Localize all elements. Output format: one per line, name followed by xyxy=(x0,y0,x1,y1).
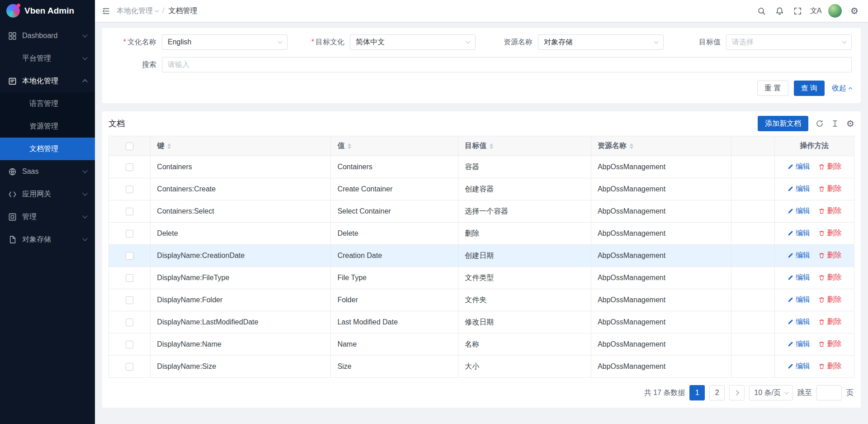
page-button-1[interactable]: 1 xyxy=(689,385,705,400)
empty-column-cell xyxy=(731,223,774,245)
edit-button[interactable]: 编辑 xyxy=(787,317,810,327)
cell-target-value: 名称 xyxy=(458,333,591,356)
delete-button[interactable]: 删除 xyxy=(818,317,841,327)
page-size-select[interactable]: 10 条/页 xyxy=(749,385,793,400)
page-button-2[interactable]: 2 xyxy=(709,385,725,400)
sidebar-item-document-management[interactable]: 文档管理 xyxy=(0,138,95,160)
collapse-link[interactable]: 收起 xyxy=(832,84,852,93)
fullscreen-icon[interactable] xyxy=(788,0,807,22)
sidebar-item-dashboard[interactable]: Dashboard xyxy=(0,24,95,47)
edit-button[interactable]: 编辑 xyxy=(787,362,810,371)
sidebar-item-object-storage[interactable]: 对象存储 xyxy=(0,228,95,251)
logo[interactable]: Vben Admin xyxy=(0,0,95,22)
delete-button[interactable]: 删除 xyxy=(818,273,841,282)
target-culture-select[interactable]: 简体中文 xyxy=(350,34,476,50)
cell-value: Create Container xyxy=(331,178,458,200)
submenu-localization: 语言管理 资源管理 文档管理 xyxy=(0,92,95,160)
edit-button[interactable]: 编辑 xyxy=(787,251,810,260)
avatar[interactable] xyxy=(828,4,842,18)
jump-page-input[interactable] xyxy=(816,385,842,400)
table-row[interactable]: DisplayName:Size Size 大小 AbpOssManagemen… xyxy=(109,356,854,378)
row-checkbox[interactable] xyxy=(126,274,133,282)
sidebar-item-resource-management[interactable]: 资源管理 xyxy=(0,115,95,138)
resource-name-select[interactable]: 对象存储 xyxy=(538,34,664,50)
add-document-button[interactable]: 添加新文档 xyxy=(758,116,808,131)
row-checkbox[interactable] xyxy=(126,230,133,238)
toolbar-actions: 添加新文档 ⚙ xyxy=(758,116,854,131)
empty-column-cell xyxy=(731,333,774,356)
cell-target-value: 文件类型 xyxy=(458,267,591,289)
sort-icon[interactable] xyxy=(348,143,351,149)
sort-icon[interactable] xyxy=(630,143,633,149)
row-checkbox[interactable] xyxy=(126,208,133,215)
edit-button[interactable]: 编辑 xyxy=(787,184,810,194)
cell-value: Last Modified Date xyxy=(331,311,458,333)
select-all-checkbox[interactable] xyxy=(126,143,133,150)
sidebar-item-saas[interactable]: Saas xyxy=(0,160,95,183)
sort-icon[interactable] xyxy=(490,143,493,149)
edit-button[interactable]: 编辑 xyxy=(787,273,810,282)
table-row[interactable]: Containers:Create Create Container 创建容器 … xyxy=(109,178,854,200)
search-input[interactable] xyxy=(162,57,852,72)
breadcrumb-parent[interactable]: 本地化管理 xyxy=(117,6,158,16)
table-row[interactable]: DisplayName:Name Name 名称 AbpOssManagemen… xyxy=(109,333,854,356)
sidebar-item-localization[interactable]: 本地化管理 xyxy=(0,70,95,92)
delete-button[interactable]: 删除 xyxy=(818,162,841,172)
cell-key: DisplayName:Folder xyxy=(151,289,331,311)
table-row[interactable]: Delete Delete 删除 AbpOssManagement 编辑 xyxy=(109,223,854,245)
row-checkbox[interactable] xyxy=(126,163,133,171)
delete-button[interactable]: 删除 xyxy=(818,339,841,349)
culture-name-select[interactable]: English xyxy=(162,34,288,50)
sidebar-item-platform[interactable]: 平台管理 xyxy=(0,47,95,70)
delete-button[interactable]: 删除 xyxy=(818,251,841,260)
delete-button[interactable]: 删除 xyxy=(818,295,841,305)
table-row[interactable]: Containers Containers 容器 AbpOssManagemen… xyxy=(109,156,854,178)
edit-button[interactable]: 编辑 xyxy=(787,339,810,349)
edit-button[interactable]: 编辑 xyxy=(787,295,810,305)
delete-button[interactable]: 删除 xyxy=(818,229,841,238)
edit-button[interactable]: 编辑 xyxy=(787,162,810,172)
empty-column-cell xyxy=(731,178,774,200)
delete-button[interactable]: 删除 xyxy=(818,362,841,371)
translate-icon[interactable]: 文A xyxy=(807,0,825,22)
storage-icon xyxy=(8,235,17,244)
empty-column-header xyxy=(731,136,774,156)
row-checkbox[interactable] xyxy=(126,341,133,348)
delete-button[interactable]: 删除 xyxy=(818,206,841,216)
edit-button[interactable]: 编辑 xyxy=(787,229,810,238)
menu-fold-icon[interactable] xyxy=(95,0,117,22)
row-checkbox[interactable] xyxy=(126,186,133,193)
row-checkbox[interactable] xyxy=(126,363,133,371)
reset-button[interactable]: 重 置 xyxy=(757,81,788,96)
target-value-select[interactable]: 请选择 xyxy=(726,34,852,50)
trash-icon xyxy=(818,296,825,303)
chevron-down-icon xyxy=(82,191,87,195)
panel-title: 文档 xyxy=(108,118,125,129)
table-row[interactable]: Containers:Select Select Container 选择一个容… xyxy=(109,200,854,223)
row-checkbox[interactable] xyxy=(126,296,133,304)
query-button[interactable]: 查 询 xyxy=(794,81,825,96)
next-page-button[interactable] xyxy=(729,385,745,400)
table-row[interactable]: DisplayName:CreationDate Creation Date 创… xyxy=(109,245,854,267)
settings-gear-icon[interactable]: ⚙ xyxy=(845,0,863,22)
table-settings-gear-icon[interactable]: ⚙ xyxy=(846,119,854,128)
sidebar-item-language-management[interactable]: 语言管理 xyxy=(0,92,95,115)
cell-actions: 编辑 删除 xyxy=(774,223,854,245)
field-target-culture: * 目标文化 简体中文 xyxy=(299,34,476,50)
table-row[interactable]: DisplayName:LastModifiedDate Last Modifi… xyxy=(109,311,854,333)
edit-button[interactable]: 编辑 xyxy=(787,206,810,216)
table-row[interactable]: DisplayName:FileType File Type 文件类型 AbpO… xyxy=(109,267,854,289)
row-checkbox[interactable] xyxy=(126,252,133,260)
sort-icon[interactable] xyxy=(167,143,171,149)
sidebar-item-management[interactable]: 管理 xyxy=(0,205,95,228)
search-icon[interactable] xyxy=(752,0,770,22)
column-header-value: 值 xyxy=(337,141,344,151)
main-area: 本地化管理 / 文档管理 文A ⚙ xyxy=(95,0,868,424)
sidebar-item-gateway[interactable]: 应用网关 xyxy=(0,183,95,205)
row-checkbox[interactable] xyxy=(126,319,133,326)
column-height-icon[interactable] xyxy=(831,119,839,128)
refresh-icon[interactable] xyxy=(816,119,824,128)
bell-icon[interactable] xyxy=(770,0,788,22)
table-row[interactable]: DisplayName:Folder Folder 文件夹 AbpOssMana… xyxy=(109,289,854,311)
delete-button[interactable]: 删除 xyxy=(818,184,841,194)
